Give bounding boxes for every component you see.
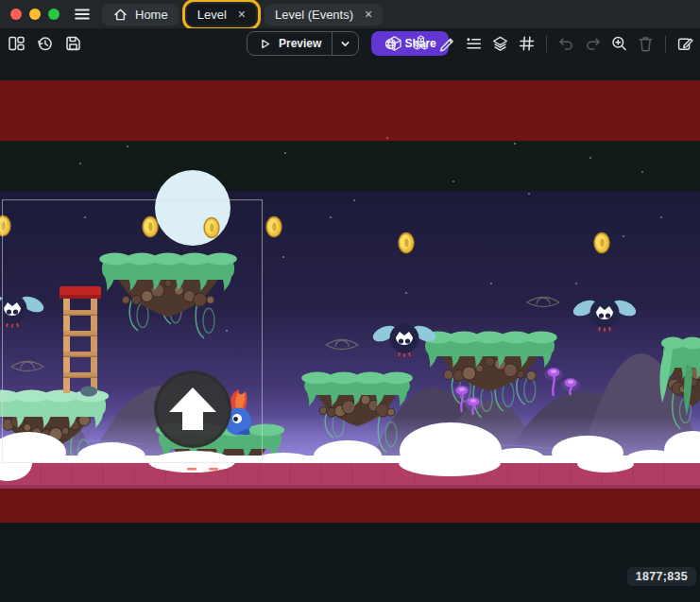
- chevron-down-icon: [339, 38, 351, 50]
- deep-sky-band: [0, 141, 700, 191]
- tab-label: Home: [135, 8, 168, 22]
- tab-level[interactable]: Level ×: [187, 4, 256, 26]
- coin[interactable]: [0, 216, 10, 236]
- jump-touch-button[interactable]: [154, 370, 231, 448]
- preview-button[interactable]: Preview: [247, 31, 359, 56]
- ember-mark: [187, 468, 196, 471]
- coin[interactable]: [266, 217, 282, 237]
- tab-bar: Home Level × Level (Events) ×: [102, 0, 383, 28]
- app-window: Home Level × Level (Events) ×: [0, 0, 700, 602]
- objects-icon[interactable]: [383, 32, 406, 56]
- toolbar-divider: [546, 35, 547, 52]
- close-tab-icon[interactable]: ×: [238, 8, 246, 21]
- play-icon: [258, 37, 272, 51]
- trash-icon[interactable]: [634, 32, 657, 56]
- tab-level-events[interactable]: Level (Events) ×: [265, 4, 383, 26]
- panels-icon[interactable]: [5, 32, 28, 56]
- coin[interactable]: [594, 233, 609, 253]
- maximize-window-button[interactable]: [48, 9, 60, 20]
- toolbar-left-group: [5, 32, 85, 56]
- tab-label: Level: [197, 8, 227, 22]
- top-lava-wall[interactable]: [0, 80, 700, 141]
- preview-label: Preview: [279, 37, 321, 50]
- instances-list-icon[interactable]: [462, 32, 486, 56]
- history-icon[interactable]: [33, 32, 57, 56]
- coin[interactable]: [143, 217, 158, 237]
- zoom-in-icon[interactable]: [607, 32, 631, 56]
- home-icon: [112, 7, 128, 23]
- layers-icon[interactable]: [488, 32, 512, 56]
- close-tab-icon[interactable]: ×: [365, 8, 372, 21]
- tab-home[interactable]: Home: [102, 4, 179, 26]
- hamburger-menu-icon[interactable]: [72, 4, 93, 25]
- redo-icon[interactable]: [581, 32, 605, 56]
- tab-label: Level (Events): [275, 8, 353, 22]
- scene-editor-canvas[interactable]: [0, 59, 700, 523]
- edit-scene-icon[interactable]: [674, 32, 697, 56]
- cursor-coordinates-badge: 1877;835: [627, 567, 696, 586]
- save-icon[interactable]: [61, 32, 85, 56]
- status-area: 1877;835: [0, 523, 700, 602]
- coin[interactable]: [399, 233, 414, 253]
- ember-mark: [209, 468, 218, 471]
- preview-dropdown-button[interactable]: [332, 32, 358, 55]
- scene-svg: [0, 59, 700, 523]
- close-window-button[interactable]: [10, 9, 22, 20]
- toolbar-divider: [665, 35, 666, 52]
- minimize-window-button[interactable]: [29, 9, 41, 20]
- pen-icon[interactable]: [435, 32, 459, 56]
- toolbar: Preview Share: [0, 28, 700, 59]
- grid-icon[interactable]: [515, 32, 538, 56]
- object-groups-icon[interactable]: [409, 32, 433, 56]
- titlebar: Home Level × Level (Events) ×: [0, 0, 700, 28]
- moon[interactable]: [155, 170, 230, 246]
- traffic-lights: [10, 9, 60, 20]
- editor-gap-band: [0, 59, 700, 80]
- bottom-lava-band[interactable]: [0, 489, 700, 523]
- toolbar-right-group: [383, 32, 697, 56]
- coin[interactable]: [204, 218, 219, 238]
- undo-icon[interactable]: [555, 32, 578, 56]
- preview-button-main[interactable]: Preview: [248, 32, 332, 55]
